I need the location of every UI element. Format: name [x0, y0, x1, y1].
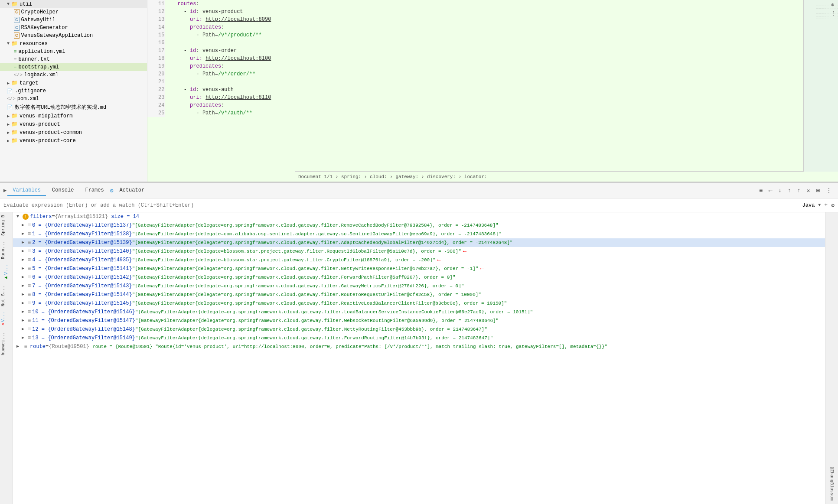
file-tree[interactable]: ▼ 📁 util C CryptoHelper C GatewayUtil C …: [0, 0, 147, 182]
tab-variables[interactable]: Variables: [7, 185, 46, 196]
annotation-arrow: ←: [480, 265, 483, 273]
var-expand-arrow[interactable]: ▶: [22, 325, 27, 333]
sidebar-item-venus-product-core[interactable]: ▶ 📁 venus-product-core: [0, 137, 147, 145]
step-over-icon[interactable]: ⟵: [766, 185, 775, 196]
var-expand-arrow[interactable]: ▶: [22, 265, 27, 273]
sidebar-item-banner[interactable]: ≡ banner.txt: [0, 55, 147, 63]
tab-frames[interactable]: Frames: [80, 185, 109, 196]
grid-icon[interactable]: ⊞: [814, 185, 822, 196]
var-expand-arrow[interactable]: ▶: [22, 256, 27, 264]
sidebar-item-md[interactable]: 📄 数字签名与URL动态加密技术的实现.md: [0, 103, 147, 112]
var-row-item[interactable]: ▶≡ 5 = {OrderedGatewayFilter@15141} "[Ga…: [13, 264, 825, 273]
var-row-item[interactable]: ▶≡ 6 = {OrderedGatewayFilter@15142} "[Ga…: [13, 273, 825, 282]
tab-actuator[interactable]: Actuator: [114, 185, 150, 196]
var-index-name: 4 = {OrderedGatewayFilter@14935}: [32, 256, 132, 264]
lang-selector[interactable]: ▼: [818, 203, 821, 208]
var-value: "[GatewayFilterAdapter{delegate=org.spri…: [132, 221, 499, 229]
var-expand-arrow[interactable]: ▶: [22, 273, 27, 281]
run-icon[interactable]: ↑: [795, 185, 803, 195]
var-row-item[interactable]: ▶≡ 0 = {OrderedGatewayFilter@15137} "[Ga…: [13, 221, 825, 230]
var-row-item[interactable]: ▶≡ 9 = {OrderedGatewayFilter@15145} "[Ga…: [13, 299, 825, 308]
var-expand-arrow[interactable]: ▶: [22, 230, 27, 238]
var-lines-icon: ≡: [28, 230, 31, 238]
var-row-item[interactable]: ▶≡ 12 = {OrderedGatewayFilter@15148} "[G…: [13, 325, 825, 334]
line-number: 12: [147, 8, 165, 16]
expression-bar[interactable]: Java ▼ + ⚙: [0, 198, 838, 212]
sidebar-item-rsakey[interactable]: C RSAKeyGenerator: [0, 24, 147, 32]
lang-label[interactable]: Java: [802, 202, 815, 208]
var-lines-icon: ≡: [28, 221, 31, 229]
sidebar-item-target[interactable]: ▶ 📁 target: [0, 79, 147, 87]
expand-arrow: ▼: [7, 2, 10, 7]
var-row-item[interactable]: ▶≡ 1 = {OrderedGatewayFilter@15138} "[Ga…: [13, 230, 825, 238]
sidebar-item-util[interactable]: ▼ 📁 util: [0, 0, 147, 8]
var-expand-arrow[interactable]: ▶: [22, 291, 27, 299]
variables-list[interactable]: ▼ ! filters = {ArrayList@15121} size = 1…: [13, 212, 825, 504]
var-row-item[interactable]: ▶≡ 11 = {OrderedGatewayFilter@15147} "[G…: [13, 316, 825, 325]
class-icon: C: [14, 9, 20, 15]
sidebar-label: application.yml: [19, 49, 65, 55]
folder-icon: 📁: [11, 1, 18, 7]
var-row-filters[interactable]: ▼ ! filters = {ArrayList@15121} size = 1…: [13, 212, 825, 221]
more-icon[interactable]: ⋮: [831, 10, 836, 16]
var-expand-arrow[interactable]: ▶: [22, 247, 27, 255]
sidebar-item-venus-product-common[interactable]: ▶ 📁 venus-product-common: [0, 128, 147, 137]
var-row-item[interactable]: ▶≡ 2 = {OrderedGatewayFilter@15139} "[Ga…: [13, 238, 825, 247]
var-row-item[interactable]: ▶≡ 10 = {OrderedGatewayFilter@15146} "[G…: [13, 308, 825, 316]
var-expand-arrow[interactable]: ▶: [22, 282, 27, 290]
settings-icon[interactable]: ⊕: [831, 2, 836, 8]
expand-arrow: ▶: [7, 138, 10, 143]
more-debug-icon[interactable]: ⋮: [823, 185, 835, 196]
spring-label-6[interactable]: huawei...: [0, 329, 13, 358]
var-row-item[interactable]: ▶≡ 8 = {OrderedGatewayFilter@15144} "[Ga…: [13, 290, 825, 299]
expression-input[interactable]: [3, 202, 799, 208]
step-out-icon[interactable]: ↑: [785, 185, 794, 195]
var-row-item[interactable]: ▶≡ 7 = {OrderedGatewayFilter@15143} "[Ga…: [13, 282, 825, 290]
sidebar-item-venus-midplatform[interactable]: ▶ 📁 venus-midplatform: [0, 112, 147, 120]
spring-label-3[interactable]: ▶V...: [0, 262, 13, 283]
minimize-icon[interactable]: —: [831, 18, 836, 24]
var-row-item[interactable]: ▶≡ 3 = {OrderedGatewayFilter@15140} "[Ga…: [13, 247, 825, 256]
sidebar-item-cryptohelper[interactable]: C CryptoHelper: [0, 8, 147, 16]
var-value: "[GatewayFilterAdapter{delegate=org.spri…: [132, 282, 464, 290]
sidebar-item-venusgateway[interactable]: C VenusGatewayApplication: [0, 32, 147, 39]
var-row-route[interactable]: ▶ ≡ route = {Route@19501} route = {Route…: [13, 342, 825, 351]
sidebar-item-bootstrap-yml[interactable]: ≡ bootstrap.yml: [0, 63, 147, 71]
expand-arrow: ▶: [7, 122, 10, 127]
var-row-item[interactable]: ▶≡ 4 = {OrderedGatewayFilter@14935} "[Ga…: [13, 256, 825, 264]
sidebar-item-application-yml[interactable]: ≡ application.yml: [0, 48, 147, 55]
expand-arrow[interactable]: ▶: [16, 343, 22, 351]
sidebar-item-logback[interactable]: </> logback.xml: [0, 71, 147, 79]
var-expand-arrow[interactable]: ▶: [22, 221, 27, 229]
sidebar-label: pom.xml: [17, 96, 39, 102]
tab-console[interactable]: Console: [47, 185, 79, 196]
var-expand-arrow[interactable]: ▶: [22, 308, 27, 316]
sidebar-item-gatewayutil[interactable]: C GatewayUtil: [0, 16, 147, 24]
spring-label-4[interactable]: Not S...: [0, 283, 13, 309]
var-value: "[GatewayFilterAdapter{delegate=org.spri…: [132, 291, 481, 299]
sidebar-item-resources[interactable]: ▼ 📁 resources: [0, 39, 147, 48]
collapse-arrow[interactable]: ▼: [16, 213, 22, 221]
filter-icon[interactable]: ≡: [756, 185, 765, 196]
spring-label-2[interactable]: Runn...: [0, 238, 13, 262]
step-into-icon[interactable]: ↓: [776, 185, 784, 195]
spring-label-5[interactable]: ✕V...: [0, 309, 13, 329]
line-number: 13: [147, 16, 165, 23]
stop-icon[interactable]: ✕: [804, 185, 813, 196]
var-row-item[interactable]: ▶≡ 13 = {OrderedGatewayFilter@15149} "[G…: [13, 334, 825, 342]
var-index-name: 3 = {OrderedGatewayFilter@15140}: [32, 247, 132, 255]
spring-label-1[interactable]: Spring B: [0, 212, 13, 238]
var-expand-arrow[interactable]: ▶: [22, 239, 27, 247]
var-expand-arrow[interactable]: ▶: [22, 299, 27, 307]
var-type-icon: !: [23, 214, 29, 220]
add-watch-icon[interactable]: +: [824, 202, 828, 208]
var-expand-arrow[interactable]: ▶: [22, 317, 27, 325]
right-panel-label[interactable]: @ZhangBlossom: [829, 467, 834, 501]
var-expand-arrow[interactable]: ▶: [22, 334, 27, 342]
sidebar-item-gitignore[interactable]: 📄 .gitignore: [0, 87, 147, 95]
sidebar-item-venus-product[interactable]: ▶ 📁 venus-product: [0, 120, 147, 128]
sidebar-label: logback.xml: [24, 72, 59, 78]
sidebar-item-pom[interactable]: </> pom.xml: [0, 95, 147, 103]
expand-arrow-debug[interactable]: ▶: [3, 187, 7, 194]
settings-watch-icon[interactable]: ⚙: [831, 202, 835, 209]
